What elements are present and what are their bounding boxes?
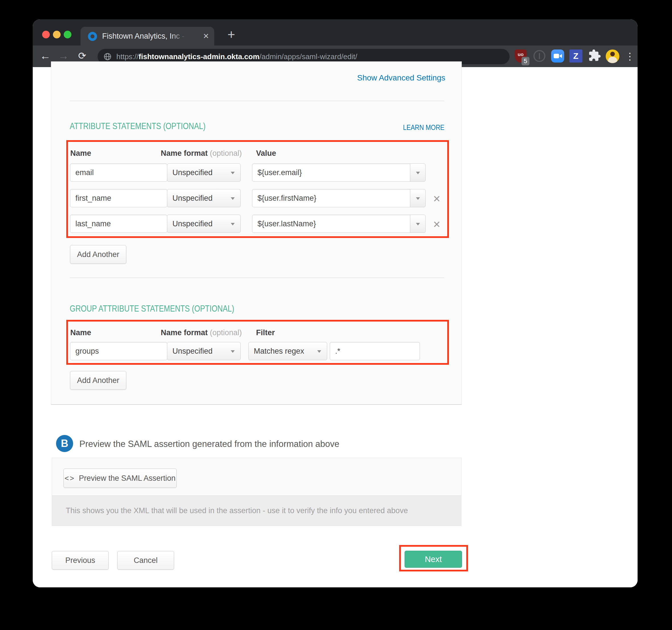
z-extension-icon[interactable]: Z [569, 49, 583, 64]
maximize-window-button[interactable] [64, 31, 71, 39]
globe-icon [103, 52, 112, 61]
tab-strip: Fishtown Analytics, Inc - Applic ✕ + [33, 19, 638, 46]
group-attribute-statements-title: GROUP ATTRIBUTE STATEMENTS (OPTIONAL) [70, 304, 234, 314]
url-scheme: https:// [116, 52, 139, 61]
attr-name-input[interactable]: first_name [70, 189, 167, 207]
new-tab-button[interactable]: + [223, 26, 240, 44]
attr-header-value: Value [256, 149, 276, 158]
attr-value-dropdown-button[interactable] [410, 189, 426, 207]
preview-saml-assertion-button[interactable]: <> Preview the SAML Assertion [64, 469, 177, 488]
group-filter-value-input[interactable]: .* [330, 342, 420, 360]
url-host: fishtownanalytics-admin.okta.com [139, 52, 260, 61]
ublock-extension-icon[interactable]: uo 5 [514, 49, 528, 64]
attr-name-format-select[interactable]: Unspecified [167, 163, 241, 182]
preview-section-heading: Preview the SAML assertion generated fro… [79, 439, 339, 449]
browser-menu-icon[interactable]: ⋮ [625, 49, 631, 64]
add-another-button[interactable]: Add Another [70, 245, 126, 264]
group-header-name: Name [70, 328, 91, 337]
minimize-window-button[interactable] [53, 31, 61, 39]
tab-title-fade [170, 27, 193, 46]
previous-button[interactable]: Previous [52, 551, 109, 570]
close-window-button[interactable] [42, 31, 50, 39]
attr-name-format-select[interactable]: Unspecified [167, 189, 241, 207]
browser-tab[interactable]: Fishtown Analytics, Inc - Applic ✕ [80, 27, 214, 46]
section-b-badge: B [56, 435, 73, 452]
page-content: Show Advanced Settings ATTRIBUTE STATEME… [33, 67, 638, 587]
code-icon: <> [65, 474, 75, 483]
attr-header-name: Name [70, 149, 91, 158]
attr-name-input[interactable]: last_name [70, 215, 167, 233]
attr-value-input[interactable]: ${user.email} [252, 163, 410, 182]
attr-name-format-select[interactable]: Unspecified [167, 215, 241, 233]
preview-note-strip: This shows you the XML that will be used… [52, 496, 461, 526]
preview-assertion-panel: <> Preview the SAML Assertion This shows… [52, 458, 461, 526]
delete-row-icon[interactable]: ✕ [431, 219, 442, 230]
attr-value-input[interactable]: ${user.lastName} [252, 215, 410, 233]
show-advanced-settings-link[interactable]: Show Advanced Settings [321, 73, 445, 82]
zoom-extension-icon[interactable] [551, 49, 565, 64]
group-header-name-format: Name format (optional) [161, 328, 242, 337]
group-filter-type-select[interactable]: Matches regex [248, 342, 327, 360]
divider [70, 277, 445, 278]
okta-favicon-icon [88, 32, 97, 41]
tab-close-icon[interactable]: ✕ [203, 27, 209, 46]
password-extension-icon[interactable] [533, 49, 547, 64]
attr-header-name-format: Name format (optional) [161, 149, 242, 158]
url-path: /admin/apps/saml-wizard/edit/ [260, 52, 357, 61]
add-another-button[interactable]: Add Another [70, 371, 126, 390]
attr-value-dropdown-button[interactable] [410, 163, 426, 182]
delete-row-icon[interactable]: ✕ [431, 193, 442, 204]
learn-more-link[interactable]: LEARN MORE [344, 123, 445, 132]
divider [70, 101, 445, 101]
group-header-filter: Filter [256, 328, 275, 337]
extensions-puzzle-icon[interactable] [588, 49, 602, 64]
next-button[interactable]: Next [405, 551, 462, 568]
attr-value-dropdown-button[interactable] [410, 215, 426, 233]
cancel-button[interactable]: Cancel [117, 551, 174, 570]
preview-note-text: This shows you the XML that will be used… [66, 506, 408, 515]
attribute-statements-title: ATTRIBUTE STATEMENTS (OPTIONAL) [70, 121, 206, 131]
group-name-input[interactable]: groups [70, 342, 167, 360]
attr-name-input[interactable]: email [70, 163, 167, 182]
profile-avatar[interactable] [606, 49, 619, 64]
group-name-format-select[interactable]: Unspecified [167, 342, 241, 360]
ublock-badge: 5 [522, 57, 529, 66]
attr-value-input[interactable]: ${user.firstName} [252, 189, 410, 207]
browser-window: Fishtown Analytics, Inc - Applic ✕ + ← →… [33, 19, 638, 587]
